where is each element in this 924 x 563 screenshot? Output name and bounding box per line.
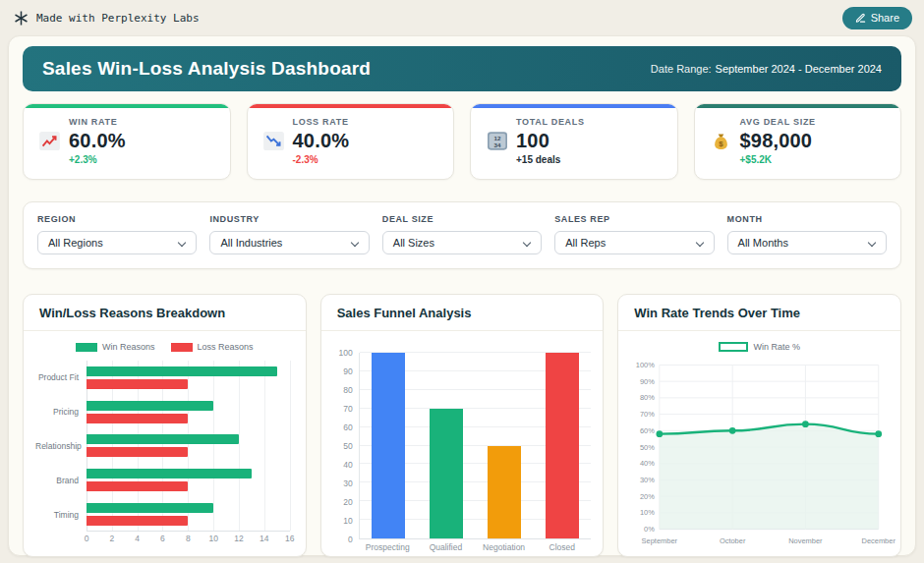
line-point — [657, 430, 664, 437]
input-numbers-icon: 12 34 — [487, 132, 507, 151]
line-point — [876, 430, 883, 437]
deal-size-select[interactable]: All Sizes — [382, 231, 542, 254]
bar — [87, 401, 213, 411]
filters-bar: REGION All Regions INDUSTRY All Industri… — [23, 201, 901, 269]
kpi-card-win-rate: WIN RATE 60.0% +2.3% — [23, 103, 231, 180]
filter-deal-size: DEAL SIZE All Sizes — [382, 214, 542, 254]
filter-month: MONTH All Months — [727, 214, 887, 254]
industry-select[interactable]: All Industries — [209, 231, 369, 254]
svg-text:34: 34 — [493, 141, 500, 148]
legend-label: Loss Reasons — [198, 342, 254, 352]
bar-group: Timing — [35, 503, 290, 526]
brand-text: Made with Perplexity Labs — [36, 12, 200, 25]
kpi-delta: +2.3% — [69, 154, 216, 165]
chart-y-axis: 0102030405060708090100 — [333, 353, 359, 539]
svg-text:September: September — [642, 536, 678, 545]
bar-group: Pricing — [35, 401, 290, 423]
brand: Made with Perplexity Labs — [14, 11, 200, 26]
chart-legend: Win ReasonsLoss Reasons — [35, 339, 294, 355]
legend-item: Win Reasons — [76, 342, 155, 352]
chart-legend: Win Rate % — [630, 339, 889, 355]
bar — [488, 446, 521, 539]
tick-label: 14 — [260, 534, 268, 543]
bar-group: Product Fit — [35, 366, 290, 389]
perplexity-logo-icon — [14, 11, 29, 26]
month-select[interactable]: All Months — [727, 231, 887, 254]
svg-text:0%: 0% — [644, 525, 655, 534]
category-label: Product Fit — [35, 372, 87, 382]
bar — [87, 516, 188, 526]
area-fill — [660, 424, 879, 530]
kpi-value: 60.0% — [69, 130, 126, 152]
tick-label: 4 — [135, 534, 140, 543]
line-point — [729, 427, 736, 434]
page-title: Sales Win-Loss Analysis Dashboard — [42, 58, 371, 80]
svg-text:50%: 50% — [640, 443, 655, 452]
filter-industry: INDUSTRY All Industries — [209, 214, 369, 254]
legend-swatch — [719, 342, 748, 352]
bar — [87, 447, 188, 457]
category-label: Relationship — [35, 441, 87, 451]
bar — [87, 379, 188, 389]
tick-label: Closed — [533, 542, 591, 552]
share-pencil-icon — [855, 13, 866, 24]
trend-up-icon — [39, 132, 60, 151]
tick-label: 12 — [234, 534, 243, 543]
chart-x-axis: 0246810121416 — [87, 532, 290, 544]
category-label: Timing — [35, 510, 87, 520]
charts-row: Win/Loss Reasons Breakdown Win ReasonsLo… — [23, 294, 901, 557]
tick-label: 80 — [343, 385, 352, 395]
bar — [430, 409, 463, 538]
svg-text:80%: 80% — [640, 393, 655, 402]
chart-card-sales-funnel: Sales Funnel Analysis 010203040506070809… — [320, 294, 605, 557]
dashboard-header: Sales Win-Loss Analysis Dashboard Date R… — [23, 46, 901, 91]
svg-text:90%: 90% — [640, 377, 655, 386]
chart-title: Win/Loss Reasons Breakdown — [24, 295, 306, 331]
svg-text:November: November — [789, 536, 824, 545]
svg-text:30%: 30% — [640, 476, 655, 484]
bar-group: Brand — [35, 469, 290, 491]
bar — [87, 481, 188, 491]
chart-title: Sales Funnel Analysis — [321, 295, 604, 331]
tick-label: Negotiation — [475, 542, 533, 552]
legend-item: Win Rate % — [719, 342, 800, 352]
tick-label: 2 — [109, 534, 114, 543]
kpi-row: WIN RATE 60.0% +2.3% LOSS RATE — [23, 103, 901, 180]
chart-plot: Product FitPricingRelationshipBrandTimin… — [35, 359, 294, 532]
sales-rep-select[interactable]: All Reps — [554, 231, 714, 254]
tick-label: 40 — [343, 460, 352, 470]
line-chart-svg: 0%10%20%30%40%50%60%70%80%90%100%Septemb… — [630, 359, 889, 547]
chevron-down-icon — [868, 239, 876, 247]
tick-label: 100 — [338, 348, 352, 358]
svg-text:20%: 20% — [640, 492, 655, 501]
bar — [87, 469, 252, 479]
legend-label: Win Reasons — [102, 342, 155, 352]
bar — [546, 353, 579, 538]
svg-text:100%: 100% — [636, 361, 655, 369]
svg-text:70%: 70% — [640, 410, 655, 419]
chart-plot — [359, 353, 592, 539]
bar — [87, 414, 188, 423]
kpi-card-avg-deal-size: AVG DEAL SIZE $ $98,000 +$5.2K — [694, 103, 902, 180]
kpi-card-total-deals: TOTAL DEALS 12 34 100 +15 deals — [470, 103, 678, 180]
tick-label: 6 — [160, 534, 165, 543]
topbar: Made with Perplexity Labs Share — [0, 0, 924, 35]
legend-swatch — [76, 343, 97, 352]
win-rate-trends-chart: Win Rate % 0%10%20%30%40%50%60%70%80%90%… — [618, 331, 900, 556]
tick-label: 90 — [343, 366, 352, 376]
filter-region: REGION All Regions — [37, 214, 197, 254]
chart-title: Win Rate Trends Over Time — [618, 295, 900, 331]
chevron-down-icon — [178, 239, 186, 247]
winloss-reasons-chart: Win ReasonsLoss Reasons Product FitPrici… — [24, 331, 306, 556]
trend-down-icon — [263, 132, 284, 151]
svg-text:12: 12 — [493, 135, 500, 141]
kpi-delta: +15 deals — [516, 154, 664, 165]
chart-card-winloss-reasons: Win/Loss Reasons Breakdown Win ReasonsLo… — [23, 294, 307, 557]
svg-text:60%: 60% — [640, 426, 655, 435]
dashboard-panel: Sales Win-Loss Analysis Dashboard Date R… — [8, 35, 916, 556]
svg-text:10%: 10% — [640, 508, 655, 517]
tick-label: 70 — [343, 404, 352, 414]
tick-label: 0 — [85, 534, 89, 543]
region-select[interactable]: All Regions — [37, 231, 197, 254]
share-button[interactable]: Share — [842, 7, 912, 29]
